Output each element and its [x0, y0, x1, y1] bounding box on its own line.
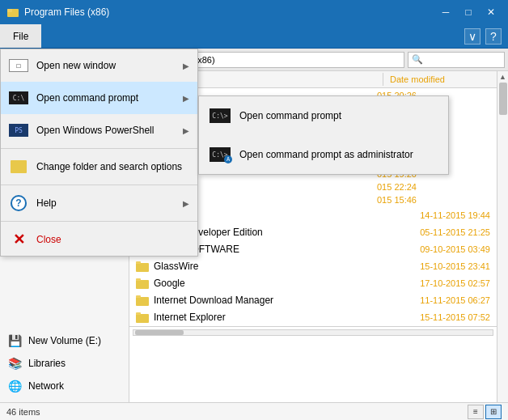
file-menu: □ Open new window ▶ C:\ Open command pro… [0, 49, 198, 257]
list-item[interactable]: Google 17-10-2015 02:57 [129, 275, 497, 292]
search-icon: 🔍 [412, 54, 423, 65]
date-header: Date modified [383, 73, 497, 86]
list-item[interactable]: Internet Download Manager 11-11-2015 06:… [129, 292, 497, 309]
drive-icon: 💾 [8, 334, 22, 347]
view-controls: ≡ ⊞ [468, 405, 502, 419]
sidebar-item-label: Libraries [28, 358, 66, 369]
svg-rect-9 [136, 263, 149, 272]
sidebar-item-new-volume[interactable]: 💾 New Volume (E:) [0, 329, 129, 352]
submenu-arrow-icon: ▶ [183, 94, 189, 103]
submenu-arrow-icon: ▶ [183, 199, 189, 208]
minimize-button[interactable]: ─ [435, 4, 456, 20]
submenu-arrow-icon: ▶ [183, 126, 189, 135]
file-date: 09-10-2015 03:49 [420, 244, 497, 254]
new-window-icon: □ [9, 56, 28, 75]
menu-item-powershell[interactable]: PS Open Windows PowerShell ▶ [1, 114, 197, 146]
file-name: GlassWire [154, 261, 198, 272]
menu-divider [1, 185, 197, 185]
help-icon: ? [9, 193, 28, 213]
cmd-admin-submenu-icon: C:\> A [209, 143, 231, 166]
window-controls: ─ □ ✕ [435, 4, 502, 20]
close-button[interactable]: ✕ [480, 4, 502, 20]
partial-date: 015 15:46 [377, 195, 490, 205]
folder-options-icon [9, 157, 28, 176]
maximize-button[interactable]: □ [458, 4, 479, 20]
sidebar-item-libraries[interactable]: 📚 Libraries [0, 352, 129, 375]
list-item[interactable]: GlassWire 15-10-2015 23:41 [129, 258, 497, 275]
file-name: Google [154, 278, 185, 289]
menu-item-label: Change folder and search options [36, 161, 189, 172]
sidebar-item-network[interactable]: 🌐 Network [0, 375, 129, 397]
menu-divider [1, 148, 197, 149]
ribbon-collapse-button[interactable]: ∨ [464, 28, 480, 45]
ribbon-help-button[interactable]: ? [485, 28, 502, 45]
v-scrollbar-thumb[interactable] [499, 83, 507, 115]
svg-rect-11 [136, 280, 149, 289]
svg-rect-15 [136, 314, 149, 323]
menu-item-label: Close [36, 234, 189, 245]
item-count: 46 items [6, 407, 40, 417]
menu-item-label: Help [36, 197, 175, 209]
svg-rect-12 [136, 278, 141, 281]
scroll-up-button[interactable]: ▲ [499, 73, 506, 81]
powershell-icon: PS [9, 121, 28, 140]
partial-date: 015 22:24 [377, 182, 490, 192]
list-view-button[interactable]: ⊞ [485, 405, 502, 419]
window-title: Program Files (x86) [24, 6, 435, 18]
svg-rect-14 [136, 295, 141, 298]
library-icon: 📚 [8, 357, 22, 370]
file-date: 17-10-2015 02:57 [420, 278, 497, 288]
ribbon: File ∨ ? [0, 24, 508, 49]
svg-rect-16 [136, 312, 141, 315]
close-x-icon: ✕ [9, 230, 28, 249]
folder-icon [136, 294, 149, 307]
menu-item-change-folder[interactable]: Change folder and search options [1, 151, 197, 183]
file-date: 05-11-2015 21:25 [420, 227, 497, 237]
submenu-arrow-icon: ▶ [183, 62, 189, 70]
ribbon-controls: ∨ ? [464, 28, 508, 45]
detail-view-button[interactable]: ≡ [468, 405, 484, 419]
file-date: 11-11-2015 06:27 [420, 295, 497, 305]
list-item[interactable]: Internet Explorer 15-11-2015 07:52 [129, 309, 497, 326]
cmd-icon: C:\ [9, 88, 28, 108]
h-scrollbar-thumb[interactable] [135, 330, 184, 335]
horizontal-scrollbar[interactable] [129, 326, 497, 337]
svg-rect-13 [136, 297, 149, 306]
folder-icon [136, 260, 149, 273]
folder-icon [136, 277, 149, 290]
cmd-submenu-icon: C:\> [209, 104, 231, 127]
menu-item-open-cmd[interactable]: C:\ Open command prompt ▶ [1, 82, 197, 114]
file-date: 15-11-2015 07:52 [420, 312, 497, 322]
file-name: Internet Download Manager [154, 295, 273, 306]
vertical-scrollbar[interactable]: ▲ ▼ [497, 71, 508, 420]
submenu-item-open-cmd-admin[interactable]: C:\> A Open command prompt as administra… [199, 135, 448, 174]
search-box[interactable]: 🔍 [408, 52, 505, 68]
submenu-item-label: Open command prompt [239, 110, 341, 121]
submenu-item-open-cmd[interactable]: C:\> Open command prompt [199, 96, 448, 135]
menu-item-help[interactable]: ? Help ▶ [1, 187, 197, 219]
svg-rect-10 [136, 261, 141, 264]
network-icon: 🌐 [8, 380, 22, 392]
file-date: 14-11-2015 19:44 [420, 210, 497, 220]
menu-divider [1, 221, 197, 222]
menu-item-close[interactable]: ✕ Close [1, 223, 197, 256]
submenu-item-label: Open command prompt as administrator [239, 149, 413, 160]
status-bar: 46 items ≡ ⊞ [0, 402, 508, 420]
menu-item-new-window[interactable]: □ Open new window ▶ [1, 49, 197, 82]
file-name: Internet Explorer [154, 312, 226, 323]
file-date: 15-10-2015 23:41 [420, 261, 497, 271]
main-area: ← → ↑ 💾 New Volume (E:) 📚 Libraries 🌐 Ne… [0, 49, 508, 420]
folder-icon [136, 311, 149, 324]
menu-item-label: Open new window [36, 60, 175, 71]
submenu: C:\> Open command prompt C:\> A Open com… [198, 95, 449, 175]
sidebar-item-label: Network [28, 380, 64, 392]
file-tab[interactable]: File [0, 24, 41, 48]
sidebar-item-label: New Volume (E:) [28, 335, 101, 346]
menu-item-label: Open command prompt [36, 92, 175, 104]
menu-item-label: Open Windows PowerShell [36, 125, 175, 136]
window-icon [6, 6, 19, 19]
title-bar: Program Files (x86) ─ □ ✕ [0, 0, 508, 24]
svg-rect-1 [7, 9, 12, 12]
